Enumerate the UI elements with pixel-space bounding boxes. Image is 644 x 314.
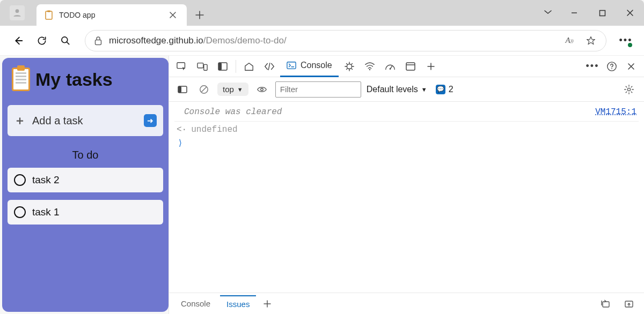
tab-network[interactable] [360, 57, 379, 76]
close-window-button[interactable] [616, 0, 644, 26]
tab-console-label: Console [301, 61, 332, 70]
console-icon [287, 61, 296, 70]
lock-icon[interactable] [93, 35, 104, 46]
tab-elements[interactable] [260, 57, 279, 76]
drawer-tab-console[interactable]: Console [174, 296, 217, 311]
devtools: Console ••• top▼ Default levels▼ 💬 2 [169, 56, 644, 314]
svg-rect-6 [177, 62, 185, 68]
return-value: undefined [191, 125, 237, 134]
devtools-drawer-tabs: Console Issues [169, 293, 644, 314]
drawer-more-tabs[interactable] [259, 294, 275, 313]
app-menu-button[interactable]: ••• [615, 30, 636, 51]
console-return: <· undefined [174, 122, 639, 134]
svg-rect-8 [204, 64, 207, 70]
address-url: microsoftedge.github.io/Demos/demo-to-do… [109, 35, 287, 46]
inspect-element-button[interactable] [172, 57, 192, 76]
svg-rect-5 [96, 40, 101, 44]
live-expression-button[interactable] [254, 81, 270, 98]
devtools-help-button[interactable] [602, 57, 621, 76]
minimize-button[interactable] [560, 0, 588, 26]
content: My tasks ＋ Add a task ➜ To do task 2 tas… [0, 56, 644, 314]
task-checkbox[interactable] [14, 174, 26, 186]
svg-point-21 [260, 88, 263, 91]
issues-count: 2 [449, 85, 453, 94]
clipboard-icon [44, 10, 54, 20]
devtools-more-button[interactable]: ••• [583, 57, 602, 76]
svg-rect-2 [47, 11, 50, 12]
svg-rect-3 [599, 10, 605, 16]
tab-actions-button[interactable] [536, 1, 560, 23]
section-todo-label: To do [8, 149, 163, 161]
issues-badge-icon: 💬 [436, 85, 445, 94]
console-filter-input[interactable] [275, 81, 361, 98]
plus-icon: ＋ [14, 113, 26, 129]
task-checkbox[interactable] [14, 206, 26, 218]
devtools-close-button[interactable] [621, 57, 641, 76]
titlebar: TODO app [0, 0, 644, 26]
read-aloud-button[interactable]: A)) [562, 33, 577, 48]
search-button[interactable] [55, 30, 76, 51]
console-message-text: Console was cleared [184, 107, 282, 117]
issues-counter[interactable]: 💬 2 [436, 85, 453, 94]
update-badge [627, 42, 633, 48]
task-item[interactable]: task 2 [8, 168, 163, 192]
webpage: My tasks ＋ Add a task ➜ To do task 2 tas… [2, 58, 169, 312]
drawer-tab-issues[interactable]: Issues [220, 295, 256, 312]
maximize-button[interactable] [588, 0, 616, 26]
svg-rect-7 [197, 63, 203, 68]
tab-title: TODO app [59, 11, 161, 19]
svg-rect-10 [218, 63, 222, 70]
new-tab-button[interactable] [190, 5, 209, 25]
console-source-link[interactable]: VM1715:1 [595, 107, 636, 117]
tab-performance[interactable] [380, 57, 400, 76]
task-text: task 2 [32, 174, 60, 186]
task-item[interactable]: task 1 [8, 200, 163, 225]
svg-point-17 [611, 68, 612, 69]
tab-sources[interactable] [340, 57, 359, 76]
refresh-button[interactable] [31, 30, 53, 51]
submit-task-button[interactable]: ➜ [144, 114, 157, 127]
toolbar: microsoftedge.github.io/Demos/demo-to-do… [0, 26, 644, 56]
svg-rect-19 [178, 86, 181, 93]
svg-rect-11 [287, 62, 296, 69]
browser-tab[interactable]: TODO app [36, 4, 187, 26]
page-header: My tasks [8, 68, 163, 91]
titlebar-left [0, 0, 30, 26]
address-bar[interactable]: microsoftedge.github.io/Demos/demo-to-do… [85, 30, 606, 51]
console-settings-button[interactable] [619, 80, 639, 99]
log-levels-selector[interactable]: Default levels▼ [367, 85, 427, 94]
clipboard-icon [12, 68, 30, 91]
svg-point-22 [627, 88, 630, 91]
console-output: Console was cleared VM1715:1 <· undefine… [169, 102, 644, 293]
context-selector[interactable]: top▼ [217, 83, 248, 96]
clear-console-button[interactable] [196, 81, 212, 98]
drawer-expand-button[interactable] [596, 294, 615, 313]
favorite-button[interactable] [583, 33, 598, 48]
tab-application[interactable] [401, 57, 420, 76]
svg-point-14 [389, 68, 391, 70]
svg-rect-15 [406, 63, 415, 70]
svg-rect-1 [46, 11, 52, 19]
svg-rect-23 [603, 302, 609, 307]
window-controls [536, 0, 644, 26]
svg-point-0 [16, 9, 19, 13]
console-message: Console was cleared VM1715:1 [174, 105, 639, 122]
return-arrow-icon: <· [177, 125, 187, 134]
device-emulation-button[interactable] [193, 57, 212, 76]
tab-console[interactable]: Console [280, 56, 339, 77]
more-tabs-button[interactable] [421, 57, 441, 76]
profile-button[interactable] [10, 5, 25, 20]
dock-side-button[interactable] [213, 57, 232, 76]
tab-welcome[interactable] [239, 57, 259, 76]
task-text: task 1 [32, 206, 60, 218]
drawer-collapse-button[interactable] [619, 294, 639, 313]
console-prompt[interactable]: ⟩ [174, 134, 639, 148]
add-task-label: Add a task [32, 115, 137, 127]
console-sidebar-toggle[interactable] [174, 81, 191, 98]
back-button[interactable] [8, 30, 29, 51]
add-task-input[interactable]: ＋ Add a task ➜ [8, 105, 163, 136]
svg-point-13 [369, 69, 370, 70]
devtools-tabbar: Console ••• [169, 56, 644, 77]
tab-close-button[interactable] [166, 9, 179, 21]
page-title: My tasks [35, 69, 113, 90]
